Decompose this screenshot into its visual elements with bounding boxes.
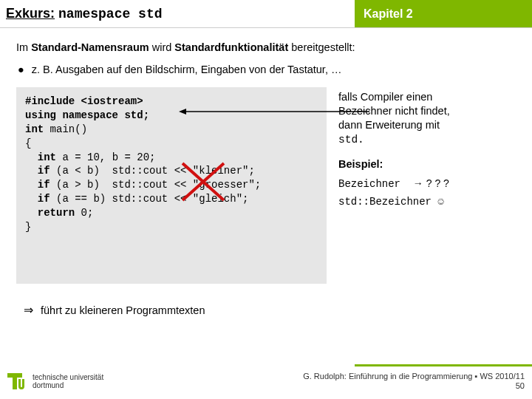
example-row-1: Bezeichner → ? ? ?	[338, 177, 516, 190]
conclusion-text: führt zu kleineren Programmtexten	[41, 304, 205, 316]
header-left: Exkurs: namespace std	[0, 0, 355, 27]
svg-rect-5	[13, 373, 17, 389]
code-line-4: {	[25, 137, 31, 149]
code-line-3a: int	[25, 123, 44, 135]
slide-body: Im Standard-Namensraum wird Standardfunk…	[0, 28, 532, 317]
code-block: #include <iostream> using namespace std;…	[16, 87, 327, 284]
page-number: 50	[516, 381, 525, 390]
code-line-5a: int	[25, 151, 56, 163]
intro-text: Im Standard-Namensraum wird Standardfunk…	[16, 41, 516, 53]
implies-icon: ⇒	[24, 304, 33, 316]
header-right: Kapitel 2	[355, 0, 532, 27]
main-content-row: #include <iostream> using namespace std;…	[16, 87, 516, 284]
code-line-8b: (a == b) std::cout << "gleich";	[50, 193, 249, 205]
code-line-3b: main()	[44, 123, 87, 135]
code-line-6b: (a < b) std::cout << "kleiner";	[50, 165, 255, 177]
chapter-label: Kapitel 2	[364, 7, 413, 21]
code-line-1: #include <iostream>	[25, 95, 143, 107]
slide-header: Exkurs: namespace std Kapitel 2	[0, 0, 532, 28]
university-logo: technische universität dortmund	[6, 370, 103, 392]
slide-footer: technische universität dortmund G. Rudol…	[0, 365, 532, 399]
code-line-9a: return	[25, 207, 75, 219]
code-line-6a: if	[25, 165, 50, 177]
example-row-2: std::Bezeichner ☺	[338, 196, 516, 208]
tu-logo-icon	[6, 370, 28, 392]
title-prefix: Exkurs:	[6, 6, 55, 21]
footer-credit: G. Rudolph: Einführung in die Programmie…	[303, 372, 525, 391]
credit-text: G. Rudolph: Einführung in die Programmie…	[303, 372, 525, 381]
title-code: namespace std	[58, 7, 162, 21]
bullet-dot-icon: ●	[18, 64, 24, 75]
code-line-7a: if	[25, 179, 50, 191]
code-line-5b: a = 10, b = 20;	[56, 151, 155, 163]
annotation-column: falls Compiler einen Bezeichner nicht fi…	[338, 87, 516, 214]
code-line-2: using namespace std;	[25, 109, 149, 121]
university-name: technische universität dortmund	[33, 373, 103, 389]
svg-marker-3	[179, 109, 186, 115]
slide-title: Exkurs: namespace std	[6, 6, 163, 21]
code-line-9b: 0;	[75, 207, 93, 219]
example-heading: Beispiel:	[338, 158, 516, 170]
code-line-7b: (a > b) std::cout << "groesser";	[50, 179, 262, 191]
conclusion-line: ⇒ führt zu kleineren Programmtexten	[16, 303, 516, 317]
code-line-8a: if	[25, 193, 50, 205]
code-line-10: }	[25, 221, 31, 233]
bullet-text: z. B. Ausgaben auf den Bildschirm, Einga…	[32, 64, 342, 75]
bullet-item: ● z. B. Ausgaben auf den Bildschirm, Ein…	[16, 64, 516, 75]
compiler-note: falls Compiler einen Bezeichner nicht fi…	[338, 90, 516, 146]
